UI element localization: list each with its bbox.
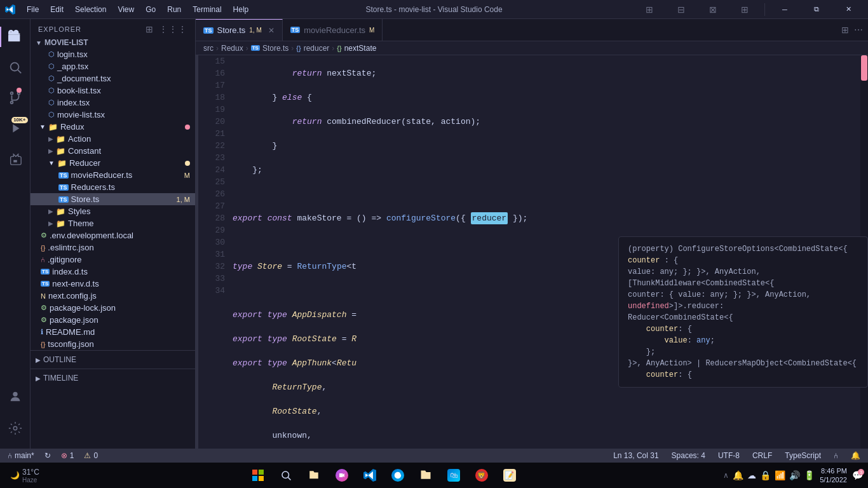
tray-icon-1[interactable]: 🔔 [733,470,743,480]
file-gitignore[interactable]: ⑃ .gitignore [31,254,195,266]
folder-redux[interactable]: ▼ 📁 Redux [31,121,195,133]
tray-icon-2[interactable]: ☁ [747,470,756,480]
menu-go[interactable]: Go [140,4,161,15]
status-position[interactable]: Ln 13, Col 31 [611,451,661,460]
file-tsconfig[interactable]: {} tsconfig.json [31,338,195,350]
tab-moviereducer-ts[interactable]: TS movieReducer.ts M [283,19,383,41]
taskbar-edge[interactable] [386,464,409,487]
file-index-tsx[interactable]: ⬡ index.tsx [31,97,195,109]
file-eslint[interactable]: {} .eslintrc.json [31,241,195,254]
taskbar-brave[interactable]: 🦁 [470,464,493,487]
restore-button[interactable]: ⧉ [802,0,831,19]
menu-terminal[interactable]: Terminal [187,4,226,15]
tray-arrow-icon[interactable]: ∧ [723,471,729,480]
folder-theme[interactable]: ▶ 📁 Theme [31,217,195,229]
file-nextenv-ts[interactable]: TS next-env.d.ts [31,278,195,290]
new-folder-icon[interactable]: ⋮⋮⋮ [159,24,187,34]
status-encoding[interactable]: UTF-8 [715,451,742,460]
timeline-header[interactable]: ▶ TIMELINE [31,372,195,384]
breadcrumb-reducer[interactable]: reducer [304,44,330,53]
file-login-tsx[interactable]: ⬡ login.tsx [31,48,195,60]
activity-run-debug[interactable]: 10K+ [0,113,31,144]
activity-source-control[interactable] [0,83,31,113]
minimize-button[interactable]: ─ [770,0,799,19]
file-env-dev[interactable]: ⚙ .env.development.local [31,229,195,241]
split-editor-icon[interactable]: ⊞ [841,25,849,35]
status-branch[interactable]: ⑃ main* [5,451,37,460]
status-spaces[interactable]: Spaces: 4 [669,451,708,460]
status-errors[interactable]: ⊗ 1 [58,451,77,460]
code-editor[interactable]: 15 16 17 18 19 20 21 22 23 24 25 26 27 2… [196,55,868,449]
folder-reducer[interactable]: ▼ 📁 Reducer [31,157,195,169]
taskbar-filemanager[interactable] [414,464,437,487]
menu-view[interactable]: View [112,4,139,15]
file-readme[interactable]: ℹ README.md [31,326,195,338]
taskbar-search[interactable] [275,464,297,487]
clock-widget[interactable]: 8:46 PM 5/1/2022 [820,466,847,485]
menu-file[interactable]: File [22,4,44,15]
status-sync[interactable]: ↻ [42,451,53,460]
file-nextconfig-js[interactable]: N next.config.js [31,290,195,302]
layout3-icon[interactable]: ⊠ [698,0,728,19]
taskbar-store[interactable]: 🛍 [442,464,465,487]
layout-icon[interactable]: ⊞ [635,0,664,19]
tab-store-ts[interactable]: TS Store.ts 1, M ✕ [196,19,283,41]
taskbar-vscode[interactable] [358,464,381,487]
modified-indicator: 1, M [177,196,190,203]
code-line-30: unknown, [233,430,868,442]
activity-accounts[interactable] [0,381,31,412]
taskbar-notes[interactable]: 📝 [498,464,521,487]
menu-edit[interactable]: Edit [45,4,69,15]
file-app-tsx[interactable]: ⬡ _app.tsx [31,60,195,72]
breadcrumb-file[interactable]: Store.ts [262,44,288,53]
folder-action[interactable]: ▶ 📁 Action [31,133,195,145]
volume-icon[interactable]: 🔊 [789,470,800,480]
status-line-ending[interactable]: CRLF [750,451,775,460]
breadcrumb-redux[interactable]: Redux [221,44,243,53]
file-pkglock[interactable]: ⚙ package-lock.json [31,302,195,314]
file-booklist-tsx[interactable]: ⬡ book-list.tsx [31,85,195,97]
taskbar-file-explorer[interactable] [302,464,325,487]
status-notifications[interactable]: 🔔 [848,451,863,460]
activity-extensions[interactable] [0,144,31,174]
file-document-tsx[interactable]: ⬡ _document.tsx [31,72,195,85]
outline-header[interactable]: ▶ OUTLINE [31,353,195,366]
start-button[interactable] [247,464,269,487]
file-indexd-ts[interactable]: TS index.d.ts [31,266,195,278]
tab-close-icon[interactable]: ✕ [268,26,275,35]
battery-icon[interactable]: 🔋 [804,470,815,480]
tree-root-folder[interactable]: ▼ MOVIE-LIST [31,37,195,48]
file-moviereducer-ts[interactable]: TS movieReducer.ts M [31,169,195,181]
tab-modified: M [369,27,374,34]
file-store-ts[interactable]: TS Store.ts 1, M [31,193,195,205]
folder-constant[interactable]: ▶ 📁 Constant [31,145,195,157]
svg-rect-3 [13,160,17,163]
layout2-icon[interactable]: ⊟ [667,0,696,19]
activity-search[interactable] [0,52,31,83]
taskbar-video[interactable] [330,464,353,487]
wifi-icon[interactable]: 📶 [775,470,785,480]
breadcrumb-src[interactable]: src [203,44,214,53]
status-warnings[interactable]: ⚠ 0 [81,451,100,460]
file-reducers-ts[interactable]: TS Reducers.ts [31,181,195,193]
scrollbar-thumb[interactable] [861,55,867,81]
activity-settings[interactable] [0,413,31,444]
svg-rect-6 [252,470,257,475]
notification-icon[interactable]: 💬3 [852,470,863,480]
menu-help[interactable]: Help [228,4,254,15]
warning-count: 0 [93,451,98,460]
close-button[interactable]: ✕ [834,0,863,19]
activity-explorer[interactable] [0,22,31,52]
folder-styles[interactable]: ▶ 📁 Styles [31,205,195,217]
file-movielist-tsx[interactable]: ⬡ movie-list.tsx [31,109,195,121]
menu-selection[interactable]: Selection [70,4,111,15]
file-pkg[interactable]: ⚙ package.json [31,314,195,326]
status-git-branch[interactable]: ⑃ [831,451,841,460]
breadcrumb-nextstate[interactable]: nextState [344,44,377,53]
new-file-icon[interactable]: ⊞ [146,24,154,34]
more-actions-icon[interactable]: ⋯ [854,25,863,35]
tray-icon-3[interactable]: 🔒 [760,470,771,480]
status-language[interactable]: TypeScript [782,451,824,460]
layout4-icon[interactable]: ⊞ [730,0,759,19]
menu-run[interactable]: Run [162,4,186,15]
